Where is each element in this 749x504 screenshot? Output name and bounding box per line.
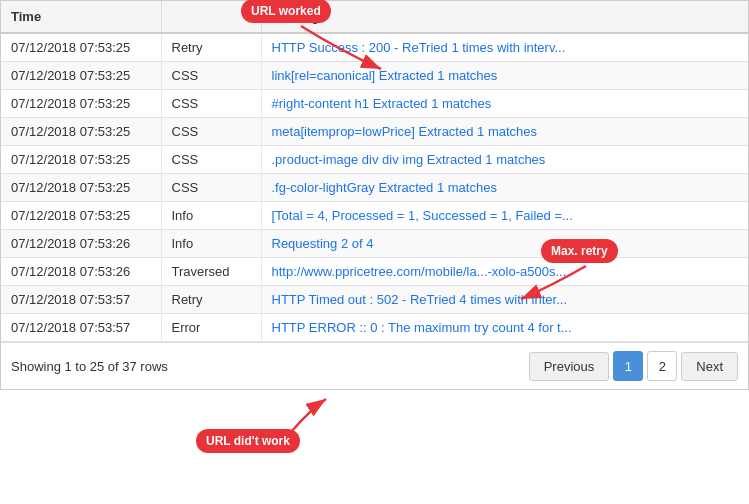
cell-time: 07/12/2018 07:53:57 [1, 314, 161, 342]
cell-message: #right-content h1 Extracted 1 matches [261, 90, 748, 118]
cell-type: CSS [161, 146, 261, 174]
cell-time: 07/12/2018 07:53:26 [1, 258, 161, 286]
cell-message: meta[itemprop=lowPrice] Extracted 1 matc… [261, 118, 748, 146]
cell-time: 07/12/2018 07:53:25 [1, 174, 161, 202]
cell-type: Error [161, 314, 261, 342]
cell-message: HTTP Success : 200 - ReTried 1 times wit… [261, 33, 748, 62]
cell-message: HTTP Timed out : 502 - ReTried 4 times w… [261, 286, 748, 314]
next-button[interactable]: Next [681, 352, 738, 381]
table-row: 07/12/2018 07:53:25RetryHTTP Success : 2… [1, 33, 748, 62]
cell-time: 07/12/2018 07:53:25 [1, 62, 161, 90]
col-header-type [161, 1, 261, 33]
cell-type: CSS [161, 118, 261, 146]
cell-time: 07/12/2018 07:53:26 [1, 230, 161, 258]
col-header-message: Message [261, 1, 748, 33]
cell-type: Traversed [161, 258, 261, 286]
cell-type: CSS [161, 90, 261, 118]
cell-time: 07/12/2018 07:53:25 [1, 90, 161, 118]
cell-time: 07/12/2018 07:53:25 [1, 33, 161, 62]
table-row: 07/12/2018 07:53:25CSSlink[rel=canonical… [1, 62, 748, 90]
cell-type: CSS [161, 62, 261, 90]
pagination-controls: Previous 1 2 Next [529, 351, 738, 381]
table-row: 07/12/2018 07:53:25CSS.product-image div… [1, 146, 748, 174]
cell-message: .fg-color-lightGray Extracted 1 matches [261, 174, 748, 202]
cell-message: .product-image div div img Extracted 1 m… [261, 146, 748, 174]
table-row: 07/12/2018 07:53:25CSS#right-content h1 … [1, 90, 748, 118]
table-header-row: Time Message [1, 1, 748, 33]
table-row: 07/12/2018 07:53:57ErrorHTTP ERROR :: 0 … [1, 314, 748, 342]
cell-message: http://www.ppricetree.com/mobile/la...-x… [261, 258, 748, 286]
page-2-button[interactable]: 2 [647, 351, 677, 381]
table-footer: Showing 1 to 25 of 37 rows Previous 1 2 … [1, 342, 748, 389]
cell-message: [Total = 4, Processed = 1, Successed = 1… [261, 202, 748, 230]
cell-time: 07/12/2018 07:53:25 [1, 202, 161, 230]
table-row: 07/12/2018 07:53:26Traversedhttp://www.p… [1, 258, 748, 286]
cell-time: 07/12/2018 07:53:25 [1, 118, 161, 146]
page-1-button[interactable]: 1 [613, 351, 643, 381]
cell-message: link[rel=canonical] Extracted 1 matches [261, 62, 748, 90]
table-row: 07/12/2018 07:53:26InfoRequesting 2 of 4 [1, 230, 748, 258]
cell-type: Retry [161, 33, 261, 62]
showing-info: Showing 1 to 25 of 37 rows [11, 359, 168, 374]
table-row: 07/12/2018 07:53:25CSSmeta[itemprop=lowP… [1, 118, 748, 146]
url-didnt-work-annotation: URL did't work [196, 429, 300, 453]
cell-type: Info [161, 230, 261, 258]
cell-time: 07/12/2018 07:53:25 [1, 146, 161, 174]
previous-button[interactable]: Previous [529, 352, 610, 381]
cell-time: 07/12/2018 07:53:57 [1, 286, 161, 314]
table-row: 07/12/2018 07:53:57RetryHTTP Timed out :… [1, 286, 748, 314]
log-table-container: URL worked Max. retry URL did't work [0, 0, 749, 390]
cell-message: HTTP ERROR :: 0 : The maximum try count … [261, 314, 748, 342]
table-body: 07/12/2018 07:53:25RetryHTTP Success : 2… [1, 33, 748, 342]
cell-message: Requesting 2 of 4 [261, 230, 748, 258]
cell-type: Retry [161, 286, 261, 314]
cell-type: CSS [161, 174, 261, 202]
cell-type: Info [161, 202, 261, 230]
table-row: 07/12/2018 07:53:25CSS.fg-color-lightGra… [1, 174, 748, 202]
table-row: 07/12/2018 07:53:25Info[Total = 4, Proce… [1, 202, 748, 230]
col-header-time: Time [1, 1, 161, 33]
log-table: Time Message 07/12/2018 07:53:25RetryHTT… [1, 1, 748, 342]
